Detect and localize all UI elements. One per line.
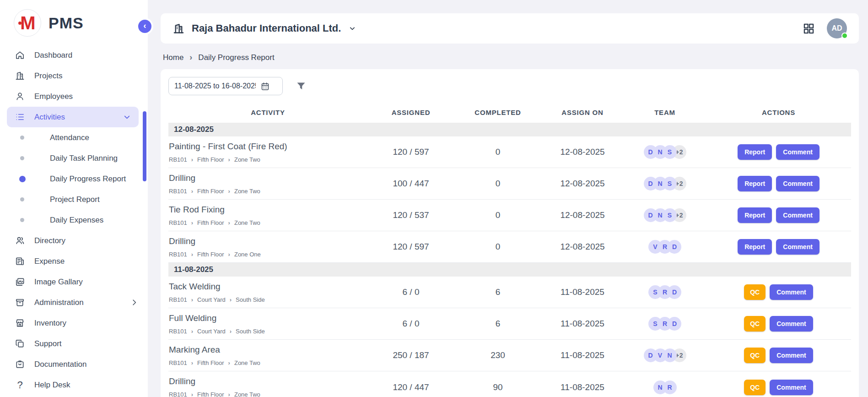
team-avatar[interactable]: S [648,285,662,299]
activity-path: RB101 Fifth Floor Zone Two [169,219,367,226]
sidebar-item-label: Support [34,339,62,348]
completed-value: 0 [454,147,541,157]
qc-button[interactable]: QC [744,380,766,395]
path-floor: Fifth Floor [197,359,224,366]
comment-button[interactable]: Comment [776,144,819,160]
report-button[interactable]: Report [738,176,772,191]
chevron-right-icon [191,296,193,303]
qc-button[interactable]: QC [744,348,766,363]
team-avatars: S R D [624,317,706,331]
path-zone: South Side [236,328,265,335]
activity-title: Painting - First Coat (Fire Red) [169,141,367,152]
comment-button[interactable]: Comment [770,316,813,332]
sidebar-item-directory[interactable]: Directory [0,230,148,251]
team-avatar[interactable]: N [653,381,667,394]
sidebar-subitem-daily-progress-report[interactable]: Daily Progress Report [0,169,148,189]
report-button[interactable]: Report [738,239,772,255]
building-icon [173,22,185,35]
chevron-right-icon [228,391,230,397]
row-actions: Report Comment [706,176,851,191]
sidebar-item-inventory[interactable]: Inventory [0,313,148,333]
sidebar-item-administration[interactable]: Administration [0,292,148,313]
sidebar-item-documentation[interactable]: Documentation [0,354,148,375]
team-avatar[interactable]: V [648,240,662,254]
sidebar-subitem-daily-task-planning[interactable]: Daily Task Planning [0,148,148,169]
sidebar-subitem-attendance[interactable]: Attendance [0,127,148,148]
sidebar-item-label: Inventory [34,319,66,328]
sidebar-item-help-desk[interactable]: ? Help Desk [0,375,148,395]
table-row: Drilling RB101 Fifth Floor Zone Two 120 … [168,371,851,397]
filter-icon[interactable] [296,81,307,92]
team-avatar[interactable]: D [644,208,658,222]
team-avatars: S R D [624,285,706,299]
report-button[interactable]: Report [738,144,772,160]
chevron-right-icon [129,297,140,308]
comment-button[interactable]: Comment [776,176,819,191]
sidebar-item-support[interactable]: Support [0,333,148,354]
assigned-value: 120 / 597 [367,242,454,252]
row-actions: Report Comment [706,239,851,255]
path-project: RB101 [169,359,187,366]
sidebar-item-employees[interactable]: Employees [0,86,148,107]
path-floor: Court Yard [197,328,226,335]
col-actions: ACTIONS [706,109,851,116]
sidebar-scrollbar-thumb[interactable] [143,111,146,181]
qc-button[interactable]: QC [744,284,766,300]
sidebar-subitem-project-report[interactable]: Project Report [0,189,148,210]
breadcrumb-home[interactable]: Home [163,53,183,62]
team-avatars: D N S +2 [624,177,706,190]
company-selector[interactable]: Raja Bahadur International Ltd. [173,22,357,35]
book-icon [15,359,25,370]
sidebar-item-image-gallary[interactable]: Image Gallary [0,272,148,292]
path-zone: Zone Two [234,188,260,195]
chevron-right-icon [228,359,230,366]
sidebar-collapse-button[interactable]: ‹ [138,20,151,33]
sidebar-item-activities[interactable]: Activities [7,107,139,127]
comment-button[interactable]: Comment [770,284,813,300]
team-avatar[interactable]: D [644,177,658,190]
qc-button[interactable]: QC [744,316,766,332]
comment-button[interactable]: Comment [776,239,819,255]
subitem-label: Attendance [50,133,89,142]
path-floor: Fifth Floor [197,188,224,195]
sidebar-item-expense[interactable]: Expense [0,251,148,272]
sidebar-item-dashboard[interactable]: Dashboard [0,45,148,65]
chevron-right-icon [230,296,232,303]
activity-title: Drilling [169,236,367,246]
sidebar-item-label: Employees [34,92,73,101]
receipt-icon [15,256,25,266]
archive-icon [15,297,25,308]
chevron-right-icon [191,188,193,195]
assigned-value: 6 / 0 [367,319,454,329]
chevron-right-icon [191,251,193,258]
col-assign-on: ASSIGN ON [541,109,624,116]
comment-button[interactable]: Comment [770,380,813,395]
comment-button[interactable]: Comment [776,207,819,223]
completed-value: 6 [454,287,541,297]
sidebar-item-projects[interactable]: Projects [0,65,148,86]
path-zone: Zone Two [234,156,260,163]
date-group-header: 11-08-2025 [168,263,851,277]
path-floor: Fifth Floor [197,251,224,258]
apps-grid-icon[interactable] [803,22,815,35]
path-project: RB101 [169,391,187,397]
building-icon [15,71,25,81]
date-range-picker[interactable] [168,77,283,95]
comment-button[interactable]: Comment [770,348,813,363]
bullet-icon [19,176,26,182]
user-avatar[interactable]: AD [827,18,847,38]
report-button[interactable]: Report [738,207,772,223]
table-row: Drilling RB101 Fifth Floor Zone One 120 … [168,231,851,263]
company-name: Raja Bahadur International Ltd. [192,22,341,34]
date-range-input[interactable] [174,82,256,90]
chevron-down-icon [122,112,132,122]
team-avatar[interactable]: S [648,317,662,331]
sidebar-subitem-daily-expenses[interactable]: Daily Expenses [0,210,148,230]
team-avatar[interactable]: D [644,348,658,362]
activity-path: RB101 Fifth Floor Zone Two [169,156,367,163]
path-zone: Zone One [234,251,261,258]
team-avatar[interactable]: D [644,145,658,159]
table-row: Tack Welding RB101 Court Yard South Side… [168,277,851,308]
brand-logo[interactable]: M PMS [0,0,148,41]
assign-on-value: 11-08-2025 [541,382,624,392]
